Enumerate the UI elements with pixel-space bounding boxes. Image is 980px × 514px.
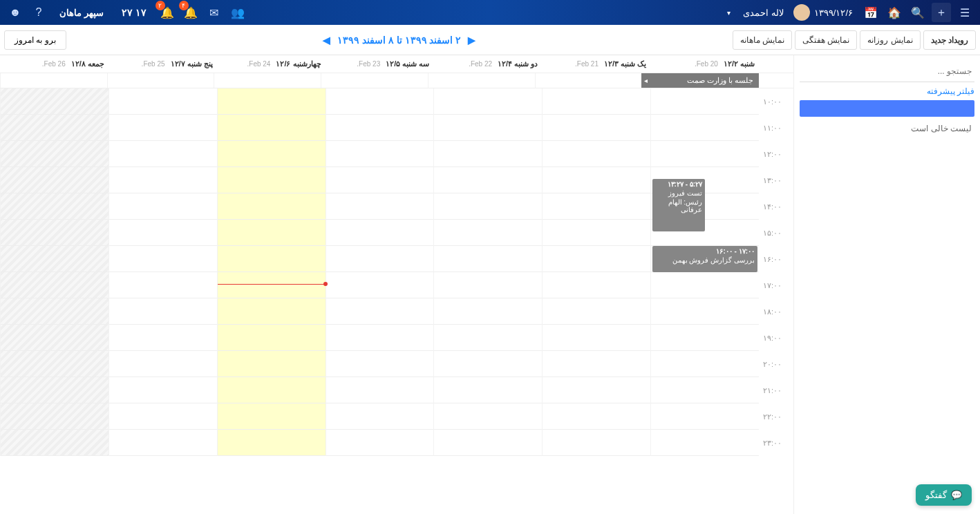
- bell2-icon[interactable]: 🔔۲: [158, 3, 177, 22]
- day-column[interactable]: [542, 88, 650, 456]
- advanced-filter-link[interactable]: فیلتر پیشرفته: [800, 86, 974, 96]
- date-range: ۲ اسفند ۱۳۹۹ تا ۸ اسفند ۱۳۹۹: [337, 35, 461, 46]
- day-headers: شنبه ۱۲/۲20 Feb. یک شنبه ۱۲/۳21 Feb. دو …: [0, 55, 793, 73]
- next-week-arrow[interactable]: ▶: [468, 35, 475, 46]
- day-column-weekend[interactable]: [0, 88, 109, 456]
- people-icon[interactable]: 👥: [228, 3, 247, 22]
- day-column[interactable]: [109, 88, 217, 456]
- home-icon[interactable]: 🏠: [885, 3, 904, 22]
- plus-icon[interactable]: ＋: [932, 3, 951, 22]
- day-column[interactable]: [433, 88, 542, 456]
- day-header: یک شنبه ۱۲/۳21 Feb.: [542, 55, 650, 73]
- bell-icon[interactable]: 🔔۴: [181, 3, 200, 22]
- smile-icon[interactable]: ☻: [6, 3, 25, 22]
- chat-icon: 💬: [951, 490, 962, 500]
- view-month-button[interactable]: نمایش ماهانه: [733, 30, 792, 50]
- today-button[interactable]: برو به امروز: [4, 30, 66, 50]
- day-header: پنج شنبه ۱۲/۷25 Feb.: [109, 55, 217, 73]
- calendar: شنبه ۱۲/۲20 Feb. یک شنبه ۱۲/۳21 Feb. دو …: [0, 55, 793, 514]
- time-scale: ۱۰:۰۰ ۱۱:۰۰ ۱۲:۰۰ ۱۳:۰۰ ۱۴:۰۰ ۱۵:۰۰ ۱۶:۰…: [759, 88, 793, 456]
- day-column[interactable]: [326, 88, 434, 456]
- avatar[interactable]: [793, 4, 810, 21]
- day-header: شنبه ۱۲/۲20 Feb.: [650, 55, 759, 73]
- menu-icon[interactable]: ☰: [955, 3, 974, 22]
- brand: سپهر ماهان: [59, 8, 104, 18]
- empty-list-label: لیست خالی است: [800, 121, 974, 136]
- day-header: دو شنبه ۱۲/۴22 Feb.: [433, 55, 542, 73]
- day-header: جمعه ۱۲/۸26 Feb.: [0, 55, 109, 73]
- calendar-event[interactable]: ۱۳:۲۷ - ۵:۲۷ تست فیروز رئیس: الهام عرفان…: [652, 179, 705, 231]
- date-nav: ▶ ۲ اسفند ۱۳۹۹ تا ۸ اسفند ۱۳۹۹ ◀: [323, 35, 475, 46]
- user-dropdown-caret[interactable]: ▾: [727, 9, 731, 17]
- search-input[interactable]: [800, 61, 974, 82]
- prev-week-arrow[interactable]: ◀: [323, 35, 330, 46]
- mail-icon[interactable]: ✉: [205, 3, 224, 22]
- badge: ۲: [156, 1, 165, 10]
- now-line: [218, 284, 326, 285]
- allday-event[interactable]: جلسه با وزارت صمت: [641, 73, 759, 88]
- chat-button[interactable]: 💬 گفتگو: [916, 484, 972, 506]
- view-week-button[interactable]: نمایش هفتگی: [795, 30, 857, 50]
- calendar-icon[interactable]: 📅: [861, 3, 880, 22]
- time-grid: ۱۰:۰۰ ۱۱:۰۰ ۱۲:۰۰ ۱۳:۰۰ ۱۴:۰۰ ۱۵:۰۰ ۱۶:۰…: [0, 88, 793, 456]
- day-column-today[interactable]: [217, 88, 326, 456]
- day-column[interactable]: ۱۳:۲۷ - ۵:۲۷ تست فیروز رئیس: الهام عرفان…: [650, 88, 759, 456]
- username[interactable]: لاله احمدی: [737, 8, 789, 18]
- help-icon[interactable]: ?: [29, 3, 48, 22]
- topbar-date: ۱۳۹۹/۱۲/۶: [814, 8, 853, 18]
- badge: ۴: [179, 1, 189, 10]
- selected-calendar-strip[interactable]: [800, 100, 974, 117]
- sidebar: فیلتر پیشرفته لیست خالی است: [793, 55, 980, 514]
- toolbar: رویداد جدید نمایش روزانه نمایش هفتگی نما…: [0, 25, 980, 55]
- allday-row: جلسه با وزارت صمت: [0, 73, 793, 88]
- topbar-time: ۱۷ ۲۷: [122, 7, 147, 18]
- topbar: ☰ ＋ 🔍 🏠 📅 ۱۳۹۹/۱۲/۶ لاله احمدی ▾ 👥 ✉ 🔔۴ …: [0, 0, 980, 25]
- view-day-button[interactable]: نمایش روزانه: [860, 30, 920, 50]
- calendar-event[interactable]: ۱۶:۰۰ - ۱۷:۰۰ بررسی گزارش فروش بهمن: [652, 246, 757, 272]
- new-event-button[interactable]: رویداد جدید: [923, 30, 976, 50]
- search-icon[interactable]: 🔍: [908, 3, 927, 22]
- day-header: چهارشنبه ۱۲/۶24 Feb.: [217, 55, 326, 73]
- day-header: سه شنبه ۱۲/۵23 Feb.: [326, 55, 434, 73]
